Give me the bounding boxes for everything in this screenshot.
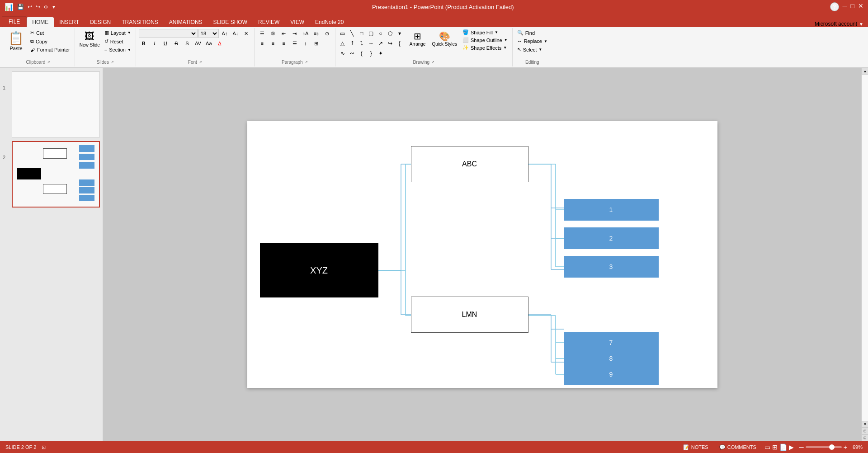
shape-effects-button[interactable]: ✨ Shape Effects ▼: [461, 44, 509, 51]
shadow-button[interactable]: S: [182, 39, 192, 48]
format-painter-button[interactable]: 🖌 Format Painter: [28, 46, 72, 53]
convert-smartart-button[interactable]: ⊙: [322, 29, 332, 38]
shrink-font-button[interactable]: A↓: [231, 29, 241, 38]
reading-view-icon[interactable]: 📄: [779, 444, 787, 451]
account-dropdown-icon[interactable]: ▼: [859, 22, 863, 27]
scroll-up-arrow[interactable]: ▲: [862, 68, 868, 75]
tab-endnote[interactable]: EndNote 20: [310, 17, 349, 27]
clipboard-expand-icon[interactable]: ↗: [47, 60, 50, 64]
copy-button[interactable]: ⧉ Copy: [28, 38, 72, 45]
scroll-end[interactable]: ⊡: [862, 428, 868, 434]
vertical-scrollbar[interactable]: ▲ ▼ ⊡ ⊡: [861, 68, 868, 441]
quick-access-redo[interactable]: ↪: [36, 4, 40, 10]
shape-paren-icon[interactable]: (: [357, 49, 366, 58]
blue-box-1[interactable]: 1: [564, 199, 659, 221]
shape-brace2-icon[interactable]: }: [367, 49, 376, 58]
scroll-track[interactable]: [862, 75, 868, 421]
shape-star-icon[interactable]: ✦: [376, 49, 385, 58]
change-case-button[interactable]: Aa: [204, 39, 214, 48]
zoom-control[interactable]: ─ +: [799, 444, 847, 451]
columns-button[interactable]: ⊞: [311, 39, 321, 48]
blue-box-9[interactable]: 9: [564, 363, 659, 385]
section-button[interactable]: ≡ Section ▼: [103, 46, 133, 53]
shape-arrow5-icon[interactable]: ↪: [386, 39, 395, 48]
underline-button[interactable]: U: [160, 39, 170, 48]
replace-button[interactable]: ↔ Replace ▼: [515, 38, 549, 45]
shape-more-icon[interactable]: ▾: [395, 29, 404, 38]
cut-button[interactable]: ✂ Cut: [28, 29, 72, 37]
slideshow-icon[interactable]: ▶: [789, 444, 794, 451]
account-area[interactable]: Microsoft account ▼: [810, 21, 868, 27]
shape-triangle-icon[interactable]: △: [338, 39, 347, 48]
paragraph-expand-icon[interactable]: ↗: [305, 60, 308, 64]
maximize-button[interactable]: □: [851, 2, 854, 11]
clear-format-button[interactable]: ✕: [241, 29, 251, 38]
zoom-level[interactable]: 69%: [853, 444, 863, 450]
decrease-indent-button[interactable]: ⇤: [279, 29, 289, 38]
align-center-button[interactable]: ≡: [268, 39, 278, 48]
slide-1-thumb[interactable]: [12, 71, 100, 137]
minimize-button[interactable]: ─: [843, 2, 847, 11]
increase-indent-button[interactable]: ⇥: [290, 29, 300, 38]
tab-transitions[interactable]: TRANSITIONS: [116, 17, 164, 27]
tab-view[interactable]: VIEW: [285, 17, 310, 27]
layout-button[interactable]: ▦ Layout ▼: [103, 29, 133, 37]
reset-button[interactable]: ↺ Reset: [103, 38, 133, 45]
shape-rect-icon[interactable]: ▭: [338, 29, 347, 38]
shape-circle-icon[interactable]: ○: [376, 29, 385, 38]
blue-box-3[interactable]: 3: [564, 256, 659, 278]
abc-box[interactable]: ABC: [411, 146, 528, 182]
line-spacing-button[interactable]: ↕: [301, 39, 311, 48]
zoom-thumb[interactable]: [829, 444, 835, 450]
shape-rect2-icon[interactable]: □: [357, 29, 366, 38]
tab-slideshow[interactable]: SLIDE SHOW: [208, 17, 253, 27]
zoom-minus-icon[interactable]: ─: [799, 444, 804, 451]
shape-arrow3-icon[interactable]: →: [367, 39, 376, 48]
align-text-button[interactable]: ≡↕: [311, 29, 321, 38]
shape-arrow2-icon[interactable]: ⤵: [357, 39, 366, 48]
align-right-button[interactable]: ≡: [279, 39, 289, 48]
tab-insert[interactable]: INSERT: [54, 17, 85, 27]
tab-file[interactable]: FILE: [2, 16, 27, 27]
justify-button[interactable]: ☰: [290, 39, 300, 48]
zoom-plus-icon[interactable]: +: [844, 444, 847, 451]
quick-styles-button[interactable]: 🎨 Quick Styles: [429, 29, 460, 48]
shape-pentagon-icon[interactable]: ⬠: [386, 29, 395, 38]
quick-access-extra[interactable]: ▼: [52, 5, 56, 9]
shape-line-icon[interactable]: ╲: [348, 29, 357, 38]
strikethrough-button[interactable]: S: [171, 39, 181, 48]
lmn-box[interactable]: LMN: [411, 297, 528, 333]
new-slide-button[interactable]: 🖼 New Slide: [78, 29, 102, 49]
font-expand-icon[interactable]: ↗: [199, 60, 202, 64]
text-direction-button[interactable]: ↕A: [301, 29, 311, 38]
shape-brace-icon[interactable]: {: [395, 39, 404, 48]
scroll-down-arrow[interactable]: ▼: [862, 421, 868, 428]
char-spacing-button[interactable]: AV: [193, 39, 203, 48]
quick-access-more[interactable]: ⚙: [44, 5, 48, 9]
normal-view-icon[interactable]: ▭: [764, 444, 770, 451]
shape-arrow1-icon[interactable]: ⤴: [348, 39, 357, 48]
canvas-area[interactable]: XYZ ABC LMN 1 2 3 7: [103, 68, 861, 441]
shape-curve-icon[interactable]: ∾: [348, 49, 357, 58]
slides-expand-icon[interactable]: ↗: [111, 60, 114, 64]
zoom-track[interactable]: [806, 446, 842, 448]
bullets-button[interactable]: ☰: [257, 29, 267, 38]
slide-canvas[interactable]: XYZ ABC LMN 1 2 3 7: [247, 121, 717, 388]
tab-design[interactable]: DESIGN: [85, 17, 116, 27]
numbering-button[interactable]: ⑤: [268, 29, 278, 38]
quick-access-undo[interactable]: ↩: [28, 4, 32, 10]
select-button[interactable]: ↖ Select ▼: [515, 46, 549, 53]
font-size-select[interactable]: 18: [198, 29, 219, 38]
shape-arrow4-icon[interactable]: ↗: [376, 39, 385, 48]
shape-fill-button[interactable]: 🪣 Shape Fill ▼: [461, 29, 509, 36]
font-color-button[interactable]: A: [215, 39, 225, 48]
italic-button[interactable]: I: [150, 39, 160, 48]
align-left-button[interactable]: ≡: [257, 39, 267, 48]
tab-animations[interactable]: ANIMATIONS: [164, 17, 208, 27]
blue-box-2[interactable]: 2: [564, 227, 659, 249]
slide-sorter-icon[interactable]: ⊞: [772, 444, 778, 451]
shape-wave-icon[interactable]: ∿: [338, 49, 347, 58]
help-button[interactable]: ?: [830, 2, 839, 11]
notes-button[interactable]: 📝 NOTES: [680, 444, 711, 451]
drawing-expand-icon[interactable]: ↗: [431, 60, 434, 64]
